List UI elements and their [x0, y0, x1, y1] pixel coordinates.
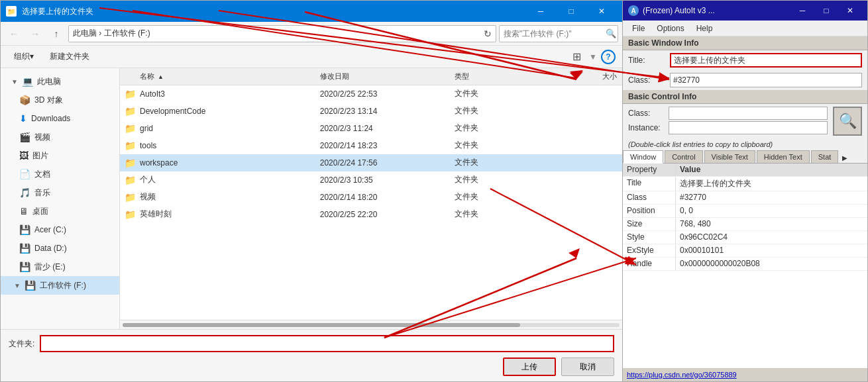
control-inputs: Class: Instance:	[628, 107, 828, 136]
search-box[interactable]: 🔍	[499, 25, 618, 42]
props-row-exstyle[interactable]: ExStyle 0x00010101	[623, 244, 867, 258]
search-icon[interactable]: 🔍	[606, 28, 616, 38]
sidebar-item-documents[interactable]: 📄 文档	[1, 165, 119, 183]
help-button[interactable]: ?	[601, 50, 616, 64]
sidebar-item-computer[interactable]: ▼ 💻 此电脑	[1, 72, 119, 91]
col-size-header: 大小	[545, 72, 622, 81]
sidebar-item-c[interactable]: 💾 Acer (C:)	[1, 220, 119, 239]
tab-hidden-text[interactable]: Hidden Text	[757, 150, 810, 163]
menu-options[interactable]: Options	[651, 23, 689, 34]
up-button[interactable]: ↑	[47, 24, 66, 43]
horizontal-scrollbar[interactable]	[120, 320, 622, 329]
buttons-row: 上传 取消	[9, 358, 614, 376]
finder-tool[interactable]: 🔍	[833, 107, 862, 136]
ctrl-class-label: Class:	[628, 109, 665, 118]
forward-button[interactable]: →	[26, 24, 44, 43]
file-list-header[interactable]: 名称 ▲ 修改日期 类型 大小	[120, 68, 622, 85]
address-bar[interactable]: 此电脑 › 工作软件 (F:) ↻	[68, 25, 496, 42]
props-row-size[interactable]: Size 768, 480	[623, 218, 867, 231]
back-button[interactable]: ←	[5, 24, 23, 43]
sidebar-item-pictures[interactable]: 🖼 图片	[1, 146, 119, 165]
table-row[interactable]: 📁 AutoIt3 2020/2/25 22:53 文件夹	[120, 85, 622, 103]
upload-button[interactable]: 上传	[503, 358, 556, 376]
table-row[interactable]: 📁 DevelopmentCode 2020/2/23 13:14 文件夹	[120, 103, 622, 120]
window-info-section: Basic Window Info	[623, 36, 867, 50]
props-row-class[interactable]: Class #32770	[623, 191, 867, 205]
new-folder-button[interactable]: 新建文件夹	[43, 48, 96, 66]
filename-label: 文件夹:	[9, 338, 34, 350]
minimize-button[interactable]: ─	[525, 1, 556, 22]
dialog-title-bar: 📁 选择要上传的文件夹 ─ □ ✕	[1, 1, 622, 22]
table-row[interactable]: 📁 grid 2020/2/3 11:24 文件夹	[120, 120, 622, 137]
tab-scroll-arrow[interactable]: ▶	[840, 152, 850, 163]
autoit-title-text: (Frozen) AutoIt v3 ...	[643, 6, 715, 15]
tabs-container: Window Control Visible Text Hidden Text …	[623, 150, 867, 164]
autoit-minimize-btn[interactable]: ─	[790, 1, 814, 21]
class-label-window: Class:	[628, 75, 665, 85]
tab-visible-text[interactable]: Visible Text	[704, 150, 755, 163]
table-row[interactable]: 📁 tools 2020/2/14 18:23 文件夹	[120, 137, 622, 154]
organize-button[interactable]: 组织▾	[7, 48, 40, 66]
title-label: Title:	[628, 56, 665, 65]
title-value[interactable]: 选择要上传的文件夹	[670, 53, 862, 68]
autoit-maximize-btn[interactable]: □	[814, 1, 838, 21]
col-type-header: 类型	[455, 72, 545, 81]
address-text: 此电脑 › 工作软件 (F:)	[73, 28, 481, 39]
sidebar-item-video[interactable]: 🎬 视频	[1, 128, 119, 146]
cancel-button[interactable]: 取消	[561, 358, 614, 376]
filename-row: 文件夹:	[9, 335, 614, 352]
sidebar-item-downloads[interactable]: ⬇ Downloads	[1, 109, 119, 128]
col-name-header: 名称 ▲	[120, 72, 320, 81]
autoit-status-bar: https://plug.csdn.net/go/36075889	[623, 368, 867, 381]
ctrl-instance-input[interactable]	[669, 121, 828, 134]
dialog-icon: 📁	[6, 6, 17, 17]
filename-input[interactable]	[40, 335, 614, 352]
dialog-title: 选择要上传的文件夹	[22, 6, 93, 17]
tab-stat[interactable]: Stat	[811, 150, 839, 163]
title-info-row: Title: 选择要上传的文件夹	[623, 50, 867, 70]
autoit-close-btn[interactable]: ✕	[838, 1, 862, 21]
props-header-row: Property Value	[623, 164, 867, 177]
sidebar-item-e[interactable]: 💾 雷少 (E:)	[1, 258, 119, 276]
autoit-panel: A (Frozen) AutoIt v3 ... ─ □ ✕ File Opti…	[623, 0, 868, 382]
table-row[interactable]: 📁 个人 2020/2/3 10:35 文件夹	[120, 171, 622, 189]
main-area: ▼ 💻 此电脑 📦 3D 对象 ⬇ Downloads 🎬 视频 🖼	[1, 68, 622, 329]
hint-text: (Double-click list entries to copy to cl…	[623, 138, 867, 150]
sidebar-item-music[interactable]: 🎵 音乐	[1, 183, 119, 202]
tab-control[interactable]: Control	[665, 150, 702, 163]
address-toolbar: ← → ↑ 此电脑 › 工作软件 (F:) ↻ 🔍	[1, 22, 622, 46]
bottom-bar: 文件夹: 上传 取消	[1, 329, 622, 381]
menu-file[interactable]: File	[627, 23, 650, 34]
autoit-menu: File Options Help	[623, 21, 867, 36]
title-value-text: 选择要上传的文件夹	[674, 55, 745, 66]
sidebar-item-f[interactable]: ▼ 💾 工作软件 (F:)	[1, 276, 119, 295]
title-bar-controls: ─ □ ✕	[525, 1, 617, 22]
class-value-text: #32770	[673, 75, 700, 85]
sidebar: ▼ 💻 此电脑 📦 3D 对象 ⬇ Downloads 🎬 视频 🖼	[1, 68, 120, 329]
search-input[interactable]	[504, 29, 603, 38]
table-row[interactable]: 📁 视频 2020/2/14 18:20 文件夹	[120, 189, 622, 206]
props-row-handle[interactable]: Handle 0x0000000000020B08	[623, 258, 867, 271]
autoit-title-bar: A (Frozen) AutoIt v3 ... ─ □ ✕	[623, 1, 867, 21]
table-row-workspace[interactable]: 📁 workspace 2020/2/24 17:56 文件夹	[120, 154, 622, 171]
close-button[interactable]: ✕	[586, 1, 617, 22]
sidebar-item-3d[interactable]: 📦 3D 对象	[1, 91, 119, 109]
maximize-button[interactable]: □	[556, 1, 586, 22]
status-url[interactable]: https://plug.csdn.net/go/36075889	[627, 371, 737, 379]
view-toggle-button[interactable]: ⊞	[568, 48, 585, 66]
sidebar-item-desktop[interactable]: 🖥 桌面	[1, 202, 119, 220]
ctrl-instance-label: Instance:	[628, 123, 665, 132]
table-row[interactable]: 📁 英雄时刻 2020/2/25 22:20 文件夹	[120, 206, 622, 223]
menu-help[interactable]: Help	[691, 23, 718, 34]
refresh-icon[interactable]: ↻	[484, 28, 492, 39]
file-list-area: 名称 ▲ 修改日期 类型 大小 📁 AutoIt3 2020/2/25 22:5…	[120, 68, 622, 329]
props-row-position[interactable]: Position 0, 0	[623, 205, 867, 218]
class-value[interactable]: #32770	[670, 73, 862, 87]
tab-window[interactable]: Window	[623, 150, 663, 164]
ctrl-class-input[interactable]	[669, 107, 828, 120]
sidebar-item-d[interactable]: 💾 Data (D:)	[1, 239, 119, 258]
col-date-header: 修改日期	[320, 72, 455, 81]
props-row-style[interactable]: Style 0x96CC02C4	[623, 231, 867, 244]
props-row-title[interactable]: Title 选择要上传的文件夹	[623, 177, 867, 191]
control-info-section: Basic Control Info	[623, 90, 867, 104]
